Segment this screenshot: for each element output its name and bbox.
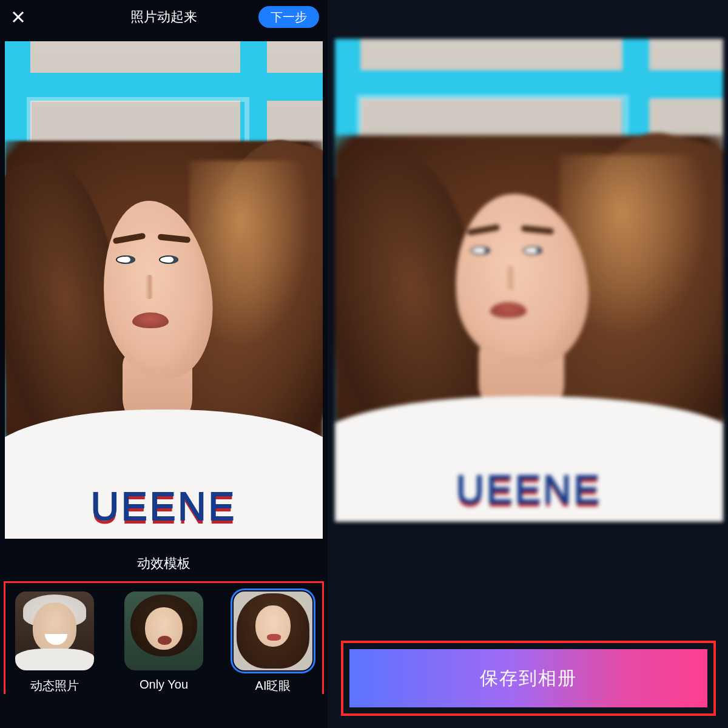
result-canvas-wrap: UEENE <box>328 0 728 522</box>
save-highlight: 保存到相册 <box>341 641 716 716</box>
template-item-dynamic-photo[interactable]: 动态照片 <box>12 592 97 694</box>
templates-section-label: 动效模板 <box>0 554 328 573</box>
editor-pane: 照片动起来 下一步 UEENE 动效模板 <box>0 0 328 728</box>
template-thumb <box>124 592 203 670</box>
photo-canvas[interactable]: UEENE <box>5 41 323 539</box>
template-item-ai-blink[interactable]: AI眨眼 <box>231 592 315 694</box>
template-label: AI眨眼 <box>255 678 291 694</box>
template-row: 动态照片 Only You AI眨眼 <box>4 581 324 694</box>
header-bar: 照片动起来 下一步 <box>0 0 328 34</box>
template-thumb <box>234 592 312 670</box>
save-area: 保存到相册 <box>341 641 716 728</box>
save-to-album-button[interactable]: 保存到相册 <box>349 649 707 707</box>
template-item-only-you[interactable]: Only You <box>121 592 206 694</box>
next-button[interactable]: 下一步 <box>258 6 319 28</box>
template-thumb <box>15 592 94 670</box>
close-icon <box>12 10 25 24</box>
canvas-wrap: UEENE <box>0 34 328 539</box>
shirt-text: UEENE <box>456 467 602 512</box>
result-pane: UEENE 保存到相册 <box>328 0 728 728</box>
template-label: 动态照片 <box>30 678 79 694</box>
result-canvas[interactable]: UEENE <box>335 39 723 522</box>
shirt-text: UEENE <box>91 484 237 529</box>
template-label: Only You <box>140 678 188 692</box>
close-button[interactable] <box>8 7 28 27</box>
